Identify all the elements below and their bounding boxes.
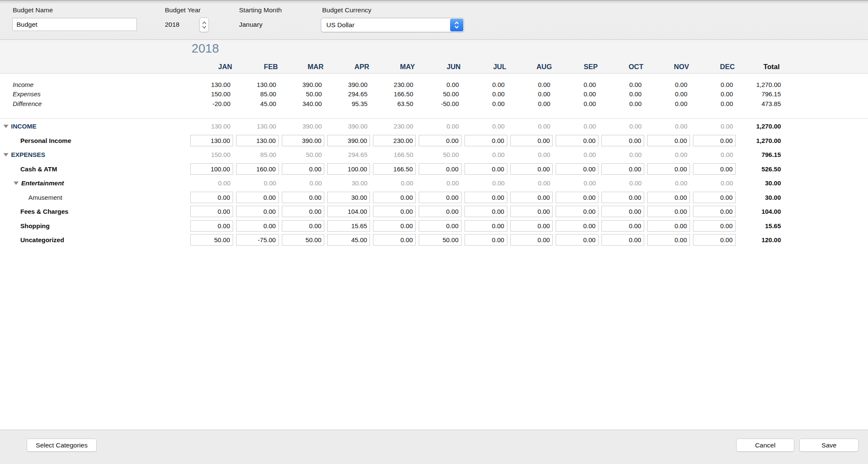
cancel-button[interactable]: Cancel — [736, 439, 794, 452]
amount-input[interactable] — [282, 135, 325, 146]
amount-input[interactable] — [282, 163, 325, 175]
amount-cell — [418, 192, 464, 203]
amount-input[interactable] — [327, 163, 370, 175]
budget-currency-dropdown[interactable]: US Dollar — [321, 18, 464, 32]
amount-input[interactable] — [282, 206, 325, 217]
row-total-value: 120.00 — [738, 236, 783, 243]
amount-input[interactable] — [419, 234, 462, 246]
amount-input[interactable] — [510, 192, 553, 203]
summary-row-label: Difference — [0, 100, 190, 107]
amount-cell — [190, 163, 236, 175]
amount-input[interactable] — [556, 234, 598, 246]
amount-cell — [555, 234, 601, 246]
amount-input[interactable] — [647, 163, 690, 175]
amount-input[interactable] — [190, 135, 233, 146]
amount-input[interactable] — [419, 192, 462, 203]
amount-input[interactable] — [601, 206, 644, 217]
amount-input[interactable] — [693, 135, 736, 146]
amount-input[interactable] — [693, 192, 736, 203]
amount-input[interactable] — [419, 163, 462, 175]
summary-month-value: 130.00 — [236, 81, 281, 88]
amount-cell — [555, 220, 601, 232]
summary-total-value: 1,270.00 — [738, 81, 783, 88]
amount-cell — [555, 192, 601, 203]
amount-input[interactable] — [647, 206, 690, 217]
amount-input[interactable] — [190, 163, 233, 175]
amount-input[interactable] — [373, 206, 416, 217]
amount-input[interactable] — [373, 135, 416, 146]
amount-input[interactable] — [327, 192, 370, 203]
amount-input[interactable] — [465, 234, 507, 246]
amount-input[interactable] — [510, 220, 553, 232]
amount-input[interactable] — [693, 220, 736, 232]
amount-input[interactable] — [647, 135, 690, 146]
amount-input[interactable] — [510, 234, 553, 246]
amount-input[interactable] — [510, 206, 553, 217]
amount-input[interactable] — [236, 206, 279, 217]
amount-input[interactable] — [327, 234, 370, 246]
amount-input[interactable] — [190, 234, 233, 246]
summary-month-value: 95.35 — [327, 100, 373, 107]
amount-input[interactable] — [556, 220, 598, 232]
amount-input[interactable] — [236, 135, 279, 146]
amount-input[interactable] — [327, 206, 370, 217]
amount-input[interactable] — [373, 163, 416, 175]
amount-input[interactable] — [510, 163, 553, 175]
amount-input[interactable] — [465, 192, 507, 203]
amount-input[interactable] — [419, 206, 462, 217]
disclosure-triangle-icon[interactable] — [14, 182, 19, 185]
amount-input[interactable] — [556, 163, 598, 175]
amount-input[interactable] — [556, 135, 598, 146]
amount-input[interactable] — [190, 206, 233, 217]
amount-input[interactable] — [465, 206, 507, 217]
amount-input[interactable] — [693, 163, 736, 175]
amount-cell — [510, 163, 556, 175]
amount-input[interactable] — [236, 163, 279, 175]
disclosure-triangle-icon[interactable] — [3, 153, 8, 157]
amount-input[interactable] — [236, 220, 279, 232]
amount-cell — [555, 206, 601, 217]
amount-input[interactable] — [465, 135, 507, 146]
disclosure-triangle-icon[interactable] — [3, 125, 8, 128]
amount-input[interactable] — [282, 234, 325, 246]
amount-input[interactable] — [465, 220, 507, 232]
save-button[interactable]: Save — [799, 439, 859, 452]
amount-input[interactable] — [282, 220, 325, 232]
amount-input[interactable] — [601, 234, 644, 246]
amount-input[interactable] — [373, 220, 416, 232]
amount-input[interactable] — [419, 135, 462, 146]
budget-year-stepper[interactable] — [199, 17, 209, 32]
amount-cell — [281, 135, 327, 146]
amount-input[interactable] — [556, 192, 598, 203]
amount-input[interactable] — [190, 220, 233, 232]
amount-input[interactable] — [465, 163, 507, 175]
amount-cell — [464, 192, 510, 203]
budget-name-input[interactable] — [12, 18, 137, 31]
amount-input[interactable] — [556, 206, 598, 217]
amount-input[interactable] — [419, 220, 462, 232]
amount-input[interactable] — [693, 234, 736, 246]
amount-input[interactable] — [236, 192, 279, 203]
select-categories-button[interactable]: Select Categories — [27, 439, 97, 452]
amount-input[interactable] — [693, 206, 736, 217]
amount-input[interactable] — [327, 220, 370, 232]
amount-input[interactable] — [373, 234, 416, 246]
amount-input[interactable] — [510, 135, 553, 146]
amount-input[interactable] — [647, 220, 690, 232]
amount-input[interactable] — [282, 192, 325, 203]
amount-cell — [190, 234, 236, 246]
starting-month-value[interactable]: January — [239, 21, 262, 28]
amount-input[interactable] — [601, 135, 644, 146]
amount-input[interactable] — [601, 192, 644, 203]
amount-cell — [510, 135, 556, 146]
amount-input[interactable] — [647, 234, 690, 246]
amount-input[interactable] — [373, 192, 416, 203]
amount-input[interactable] — [236, 234, 279, 246]
amount-input[interactable] — [601, 163, 644, 175]
amount-cell — [418, 206, 464, 217]
amount-input[interactable] — [601, 220, 644, 232]
amount-input[interactable] — [190, 192, 233, 203]
amount-input[interactable] — [327, 135, 370, 146]
amount-cell — [510, 192, 556, 203]
amount-input[interactable] — [647, 192, 690, 203]
